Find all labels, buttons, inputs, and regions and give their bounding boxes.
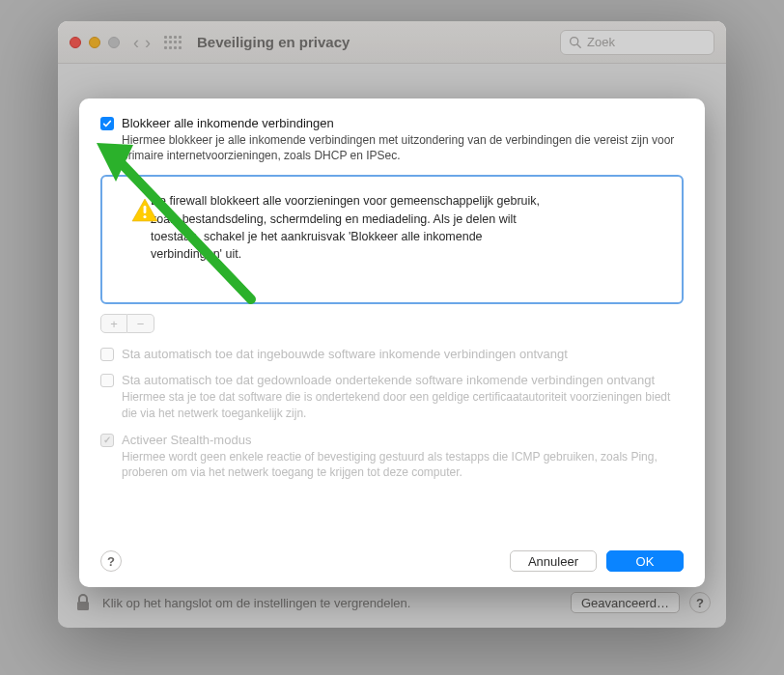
auto-builtin-checkbox bbox=[100, 348, 114, 361]
block-all-checkbox[interactable] bbox=[100, 117, 114, 130]
firewall-info-box: De firewall blokkeert alle voorzieningen… bbox=[100, 175, 684, 304]
stealth-label: Activeer Stealth-modus bbox=[122, 433, 251, 447]
cancel-button[interactable]: Annuleer bbox=[510, 550, 597, 572]
stealth-checkbox bbox=[100, 434, 114, 447]
remove-app-button: − bbox=[127, 314, 154, 333]
help-button[interactable]: ? bbox=[100, 550, 122, 572]
preferences-window: ‹ › Beveiliging en privacy Zoek Klik op … bbox=[58, 21, 726, 628]
auto-signed-checkbox bbox=[100, 374, 114, 387]
firewall-info-text: De firewall blokkeert alle voorzieningen… bbox=[151, 192, 556, 263]
ok-button[interactable]: OK bbox=[606, 550, 684, 572]
svg-rect-3 bbox=[144, 206, 147, 213]
auto-signed-description: Hiermee sta je toe dat software die is o… bbox=[122, 389, 684, 420]
add-app-button: + bbox=[100, 314, 127, 333]
block-all-label: Blokkeer alle inkomende verbindingen bbox=[122, 116, 334, 130]
svg-point-4 bbox=[143, 215, 146, 218]
auto-signed-label: Sta automatisch toe dat gedownloade onde… bbox=[122, 373, 655, 387]
auto-builtin-label: Sta automatisch toe dat ingebouwde softw… bbox=[122, 347, 568, 361]
block-all-description: Hiermee blokkeer je alle inkomende verbi… bbox=[122, 132, 684, 163]
stealth-description: Hiermee wordt geen enkele reactie of bev… bbox=[122, 449, 684, 480]
warning-icon bbox=[131, 198, 158, 227]
firewall-options-sheet: Blokkeer alle inkomende verbindingen Hie… bbox=[79, 98, 705, 587]
